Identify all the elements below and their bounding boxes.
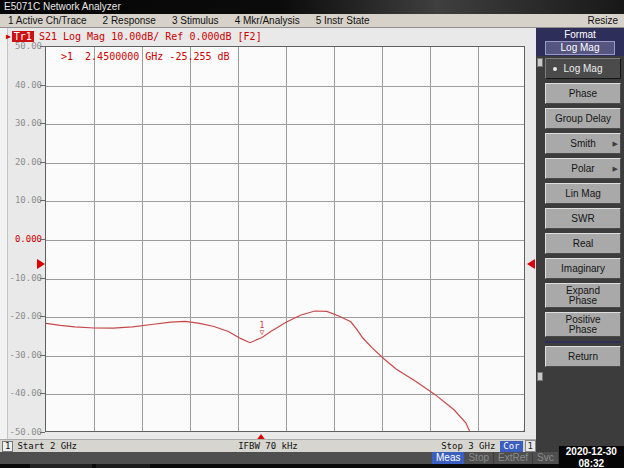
y-axis-tick-mark	[40, 278, 45, 279]
status-bar: Meas Stop ExtRef Svc 2020-12-30 08:32	[0, 452, 624, 464]
softkey-lin-mag[interactable]: Lin Mag	[545, 183, 621, 204]
y-axis-tick-mark	[40, 239, 45, 240]
softkey-label: Imaginary	[561, 264, 605, 274]
softkey-label: Smith	[570, 139, 596, 149]
reference-level-arrow-right-icon	[527, 259, 535, 269]
softkey-scroll-up[interactable]	[537, 58, 543, 67]
menu-bar: 1 Active Ch/Trace2 Response3 Stimulus4 M…	[0, 14, 624, 28]
trace-settings-text: S21 Log Mag 10.00dB/ Ref 0.000dB [F2]	[39, 31, 262, 42]
softkey-label: Return	[568, 352, 598, 362]
y-axis-tick-mark	[40, 85, 45, 86]
menu-item-3-stimulus[interactable]: 3 Stimulus	[164, 15, 227, 26]
y-axis-tick-label: -10.00	[8, 273, 42, 283]
channel-status-bar: IFBW 70 kHz 1 Start 2 GHz Stop 3 GHz Cor…	[0, 439, 536, 452]
softkey-real[interactable]: Real	[545, 233, 621, 254]
softkey-label: SWR	[571, 214, 594, 224]
softkey-label: Real	[573, 239, 594, 249]
channel-window: ▶ Tr1 S21 Log Mag 10.00dB/ Ref 0.000dB […	[0, 28, 536, 452]
menu-item-1-active-ch-trace[interactable]: 1 Active Ch/Trace	[0, 15, 95, 26]
taskbar-ghost	[96, 464, 150, 468]
softkey-smith[interactable]: Smith▶	[545, 133, 621, 154]
submenu-arrow-icon: ▶	[613, 164, 618, 174]
y-axis-tick-mark	[40, 46, 45, 47]
softkey-list: Log MagPhaseGroup DelaySmith▶Polar▶Lin M…	[545, 58, 621, 371]
start-frequency-label[interactable]: Start 2 GHz	[17, 441, 77, 451]
trace-header: ▶ Tr1 S21 Log Mag 10.00dB/ Ref 0.000dB […	[6, 30, 262, 43]
y-axis-tick-mark	[40, 355, 45, 356]
marker-triangle-icon: ▽	[257, 329, 267, 336]
resize-menu-item[interactable]: Resize	[581, 15, 624, 26]
stop-status-label: Stop	[464, 452, 494, 464]
softkey-label: Positive Phase	[559, 315, 607, 335]
softkey-group-delay[interactable]: Group Delay	[545, 108, 621, 129]
y-axis-tick-mark	[40, 162, 45, 163]
y-axis-tick-mark	[40, 432, 45, 433]
y-axis-tick-label: -50.00	[8, 427, 42, 437]
y-axis-tick-label: -40.00	[8, 388, 42, 398]
title-bar: E5071C Network Analyzer	[0, 0, 624, 14]
window-title: E5071C Network Analyzer	[4, 1, 121, 12]
softkey-label: Phase	[569, 89, 597, 99]
menu-item-2-response[interactable]: 2 Response	[95, 15, 164, 26]
channel-indicator-badge: 1	[525, 440, 536, 452]
softkey-return[interactable]: Return	[545, 346, 621, 367]
softkey-separator	[545, 341, 621, 343]
y-axis-tick-label: -20.00	[8, 311, 42, 321]
softkey-imaginary[interactable]: Imaginary	[545, 258, 621, 279]
softkey-label: Polar	[571, 164, 594, 174]
e5071c-screen: E5071C Network Analyzer 1 Active Ch/Trac…	[0, 0, 624, 468]
marker-1-glyph[interactable]: 1 ▽	[257, 322, 267, 336]
menu-title: Format	[536, 28, 624, 41]
svc-status-label: Svc	[533, 452, 559, 464]
screen-left-border	[0, 28, 8, 452]
extref-status-label: ExtRef	[494, 452, 533, 464]
softkey-polar[interactable]: Polar▶	[545, 158, 621, 179]
y-axis-tick-label: 0.000	[8, 234, 42, 244]
softkey-log-mag[interactable]: Log Mag	[545, 58, 621, 79]
menu-current-value: Log Mag	[545, 41, 615, 55]
correction-status-badge: Cor	[500, 441, 522, 452]
bottom-edge-strip	[0, 464, 624, 468]
softkey-phase[interactable]: Phase	[545, 83, 621, 104]
softkey-label: Lin Mag	[565, 189, 601, 199]
y-axis-tick-mark	[40, 393, 45, 394]
softkey-expand-phase[interactable]: Expand Phase	[545, 283, 621, 308]
softkey-positive-phase[interactable]: Positive Phase	[545, 312, 621, 337]
softkey-label: Group Delay	[555, 114, 611, 124]
s21-trace	[46, 47, 525, 432]
active-trace-arrow-icon: ▶	[6, 32, 11, 41]
stop-frequency-label[interactable]: Stop 3 GHz	[441, 441, 495, 451]
meas-status-badge: Meas	[432, 452, 464, 464]
menu-item-5-instr-state[interactable]: 5 Instr State	[308, 15, 378, 26]
taskbar-ghost	[30, 464, 92, 468]
y-axis-tick-mark	[40, 123, 45, 124]
y-axis-tick-mark	[40, 316, 45, 317]
y-axis-tick-label: -30.00	[8, 350, 42, 360]
menu-item-4-mkr-analysis[interactable]: 4 Mkr/Analysis	[227, 15, 308, 26]
datetime-display: 2020-12-30 08:32	[559, 446, 624, 468]
softkey-swr[interactable]: SWR	[545, 208, 621, 229]
y-axis-tick-label: 30.00	[8, 118, 42, 128]
softkey-label: Expand Phase	[559, 286, 607, 306]
marker-1-readout: >1 2.4500000 GHz -25.255 dB	[61, 51, 230, 62]
y-axis-tick-label: 40.00	[8, 80, 42, 90]
y-axis-tick-label: 20.00	[8, 157, 42, 167]
reference-level-arrow-left-icon[interactable]	[37, 259, 45, 269]
submenu-arrow-icon: ▶	[613, 139, 618, 149]
softkey-scroll-down[interactable]	[537, 372, 543, 381]
selected-bullet-icon	[553, 67, 557, 71]
graticule: 1 ▽ >1 2.4500000 GHz -25.255 dB	[45, 46, 525, 432]
y-axis-tick-label: 50.00	[8, 41, 42, 51]
y-axis-tick-mark	[40, 200, 45, 201]
softkey-label: Log Mag	[564, 64, 603, 74]
y-axis-tick-label: 10.00	[8, 195, 42, 205]
softkey-menu: Format Log Mag Log MagPhaseGroup DelaySm…	[536, 28, 624, 468]
softkey-menu-header: Format Log Mag	[536, 28, 624, 56]
